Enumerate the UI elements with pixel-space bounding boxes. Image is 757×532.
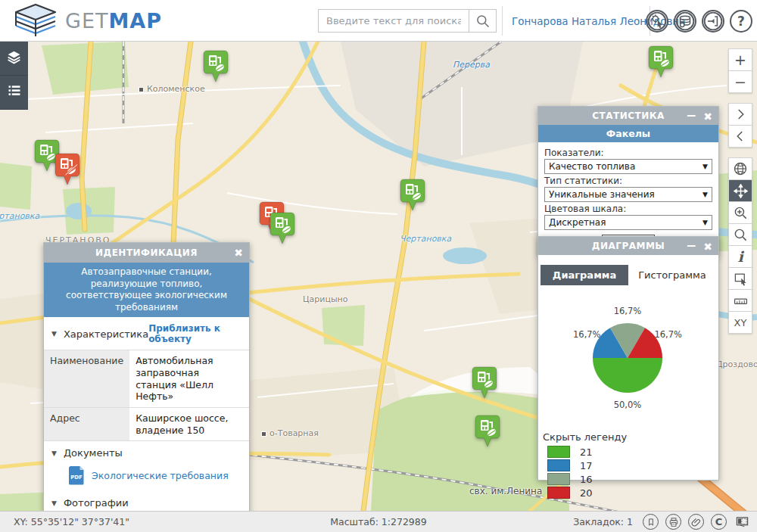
legend-swatch[interactable] <box>547 473 570 485</box>
layers-button[interactable] <box>0 42 28 76</box>
legend-swatch[interactable] <box>547 446 570 458</box>
minimize-icon[interactable]: − <box>686 239 696 252</box>
zoom-box-icon <box>734 206 748 220</box>
legend-item: 20 <box>547 487 718 499</box>
full-extent-button[interactable] <box>728 157 752 180</box>
legend-item: 21 <box>547 446 718 458</box>
close-icon[interactable]: ✖ <box>234 247 243 258</box>
dropdown-arrow-icon: ▼ <box>702 219 708 226</box>
search-map-button[interactable] <box>728 223 752 246</box>
pie-chart: 50,0%16,7%16,7%16,7% <box>538 285 718 428</box>
attribute-label: Адрес <box>44 407 129 440</box>
legend-value: 16 <box>580 474 593 485</box>
identify-icon <box>734 272 748 286</box>
pie-percent-label: 50,0% <box>614 400 642 410</box>
attribute-row: АдресКаширское шоссе, владение 150 <box>44 407 249 440</box>
pie-slice[interactable] <box>593 358 662 393</box>
identification-title: ИДЕНТИФИКАЦИЯ <box>44 247 249 258</box>
zoom-box-button[interactable] <box>728 201 752 224</box>
legend-swatch[interactable] <box>547 487 570 499</box>
legend-item: 17 <box>547 459 718 471</box>
diagrams-panel: ДИАГРАММЫ − ✖ ДиаграммаГистограмма 50,0%… <box>537 236 719 481</box>
identification-panel: ИДЕНТИФИКАЦИЯ ✖ Автозаправочные станции,… <box>43 242 250 532</box>
bookmarks-icon[interactable] <box>643 514 659 530</box>
legend-item: 16 <box>547 473 718 485</box>
statistics-panel: СТАТИСТИКА − ✖ Факелы Показатели:Качеств… <box>537 106 719 257</box>
gas-station-eco-marker[interactable] <box>269 212 295 245</box>
attribute-value: Автомобильная заправочная станция «Шелл … <box>129 350 249 408</box>
gas-station-noneco-marker[interactable] <box>55 153 80 186</box>
link-icon[interactable] <box>688 514 704 530</box>
statistics-header[interactable]: СТАТИСТИКА − ✖ <box>538 107 718 125</box>
database-icon[interactable] <box>674 10 696 33</box>
map-zoom-out-button[interactable]: − <box>728 70 752 93</box>
pdf-icon: PDF <box>68 465 85 485</box>
statistics-layer-name: Факелы <box>538 125 718 142</box>
zoom-to-object-link[interactable]: Приблизить к объекту <box>148 323 241 344</box>
search-button[interactable] <box>469 10 496 32</box>
diagrams-header[interactable]: ДИАГРАММЫ − ✖ <box>538 237 718 255</box>
gas-station-eco-marker[interactable] <box>475 415 500 448</box>
svg-text:PDF: PDF <box>70 474 83 481</box>
field-select[interactable]: Качество топлива▼ <box>544 159 712 174</box>
field-select[interactable]: Дискретная▼ <box>544 215 712 230</box>
getmap-logo[interactable]: GETMAP <box>8 2 162 39</box>
selected-value: Качество топлива <box>549 161 635 172</box>
info-tool-button[interactable]: i <box>728 245 752 268</box>
dropdown-arrow-icon: ▼ <box>702 163 708 170</box>
status-bar: Масштаб: 1:272989 XY: 55°35'12" 37°37'41… <box>0 511 757 532</box>
help-icon[interactable]: ? <box>730 10 752 33</box>
minimize-icon[interactable]: − <box>686 109 696 122</box>
cursor-coordinates: XY: 55°35'12" 37°37'41" <box>14 516 129 527</box>
close-icon[interactable]: ✖ <box>703 111 712 122</box>
pan-tool-button[interactable] <box>728 179 752 202</box>
pie-percent-label: 16,7% <box>573 329 601 340</box>
tab-histogram[interactable]: Гистограмма <box>628 265 716 285</box>
attribute-value: Каширское шоссе, владение 150 <box>129 407 249 440</box>
print-icon[interactable] <box>665 514 681 530</box>
gas-station-eco-marker[interactable] <box>400 179 425 212</box>
globe-icon <box>733 161 748 176</box>
left-toolbar <box>0 42 28 110</box>
gas-station-eco-marker[interactable] <box>472 366 497 400</box>
identify-tool-button[interactable] <box>728 267 752 290</box>
identification-header[interactable]: ИДЕНТИФИКАЦИЯ ✖ <box>44 243 249 263</box>
pan-icon <box>734 184 748 198</box>
chevron-left-icon <box>734 129 747 143</box>
map-zoom-in-button[interactable]: + <box>728 48 752 71</box>
search-input[interactable] <box>319 10 469 32</box>
copyright-icon[interactable]: C <box>711 514 727 530</box>
tab-diagram[interactable]: Диаграмма <box>540 265 628 285</box>
legend-list-button[interactable] <box>0 76 28 110</box>
field-select[interactable]: Уникальные значения▼ <box>544 187 712 202</box>
measure-tool-button[interactable] <box>728 289 752 312</box>
panel-next-button[interactable] <box>728 103 752 126</box>
hide-legend-link[interactable]: Скрыть легенду <box>543 431 627 443</box>
attribute-row: НаименованиеАвтомобильная заправочная ст… <box>44 350 249 408</box>
gas-station-eco-marker[interactable] <box>648 45 674 79</box>
layers-icon <box>6 49 22 68</box>
gas-station-eco-marker[interactable] <box>203 50 229 83</box>
document-link[interactable]: Экологические требования <box>92 470 229 481</box>
collapse-arrow-icon: ▼ <box>51 450 57 457</box>
map-search <box>318 9 497 33</box>
layer-description: Автозаправочные станции, реализующие топ… <box>44 263 249 317</box>
attribute-label: Наименование <box>44 350 129 408</box>
legend-value: 20 <box>580 487 593 499</box>
legend-value: 17 <box>580 460 593 471</box>
screenshot-icon[interactable] <box>734 514 751 530</box>
right-toolbar: +−iXY <box>728 49 752 334</box>
selected-value: Дискретная <box>549 217 606 228</box>
close-icon[interactable]: ✖ <box>703 241 712 252</box>
xy-tool-button[interactable]: XY <box>728 311 752 334</box>
collapse-arrow-icon: ▼ <box>51 330 57 338</box>
field-label: Показатели: <box>544 148 712 158</box>
legend-swatch[interactable] <box>547 459 570 471</box>
logout-icon[interactable] <box>702 10 724 33</box>
list-icon <box>7 83 22 101</box>
section-documents[interactable]: ▼ Документы <box>44 441 249 464</box>
section-characteristics[interactable]: ▼ Характеристика Приблизить к объекту <box>44 317 249 350</box>
dropdown-arrow-icon: ▼ <box>702 191 708 198</box>
panel-prev-button[interactable] <box>728 125 752 148</box>
user-settings-icon[interactable] <box>646 10 668 33</box>
